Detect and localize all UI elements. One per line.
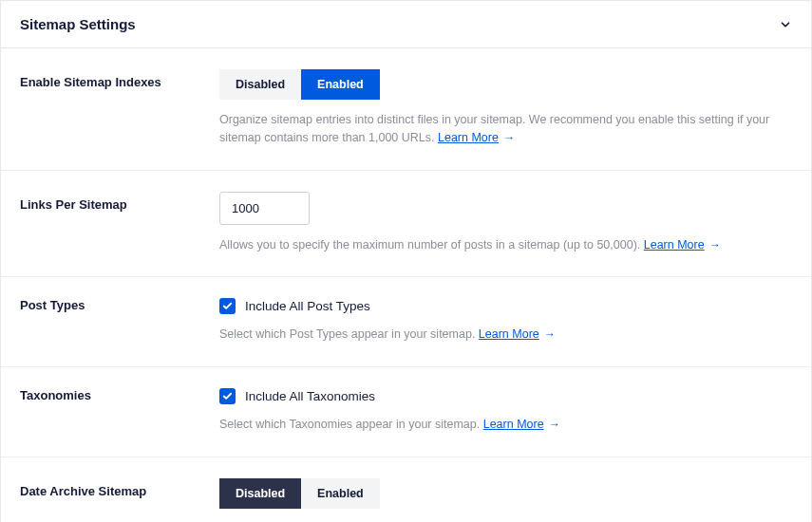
- label-taxonomies: Taxonomies: [20, 388, 219, 434]
- links-per-sitemap-description: Allows you to specify the maximum number…: [219, 236, 792, 254]
- include-all-taxonomies-checkbox[interactable]: [219, 388, 236, 404]
- arrow-right-icon: →: [707, 238, 721, 252]
- taxonomies-checkbox-row: Include All Taxonomies: [219, 388, 792, 404]
- post-types-checkbox-row: Include All Post Types: [219, 298, 792, 314]
- include-all-post-types-label: Include All Post Types: [245, 299, 370, 313]
- control-col: Include All Taxonomies Select which Taxo…: [219, 388, 792, 434]
- label-links-per-sitemap: Links Per Sitemap: [20, 192, 219, 254]
- sitemap-settings-panel: Sitemap Settings Enable Sitemap Indexes …: [0, 0, 812, 522]
- section-date-archive: Date Archive Sitemap Disabled Enabled In…: [1, 457, 811, 522]
- include-all-post-types-checkbox[interactable]: [219, 298, 236, 314]
- label-date-archive: Date Archive Sitemap: [20, 478, 219, 522]
- learn-more-link[interactable]: Learn More: [483, 418, 544, 431]
- section-post-types: Post Types Include All Post Types Select…: [1, 277, 811, 367]
- label-sitemap-indexes: Enable Sitemap Indexes: [20, 69, 219, 147]
- label-post-types: Post Types: [20, 298, 219, 344]
- date-archive-enabled-button[interactable]: Enabled: [301, 478, 380, 509]
- chevron-down-icon: [779, 18, 792, 31]
- post-types-description: Select which Post Types appear in your s…: [219, 326, 792, 344]
- control-col: Disabled Enabled Include Date Archives i…: [219, 478, 792, 522]
- desc-text: Select which Post Types appear in your s…: [219, 327, 479, 341]
- arrow-right-icon: →: [541, 327, 556, 341]
- arrow-right-icon: →: [500, 131, 515, 144]
- include-all-taxonomies-label: Include All Taxonomies: [245, 389, 375, 403]
- arrow-right-icon: →: [546, 418, 560, 431]
- sitemap-indexes-disabled-button[interactable]: Disabled: [219, 69, 301, 100]
- section-sitemap-indexes: Enable Sitemap Indexes Disabled Enabled …: [1, 48, 811, 171]
- section-links-per-sitemap: Links Per Sitemap Allows you to specify …: [1, 171, 811, 278]
- learn-more-link[interactable]: Learn More: [438, 131, 499, 144]
- sitemap-indexes-enabled-button[interactable]: Enabled: [301, 69, 380, 100]
- date-archive-toggle: Disabled Enabled: [219, 478, 380, 509]
- taxonomies-description: Select which Taxonomies appear in your s…: [219, 416, 792, 434]
- date-archive-disabled-button[interactable]: Disabled: [219, 478, 301, 509]
- desc-text: Select which Taxonomies appear in your s…: [219, 418, 483, 431]
- sitemap-indexes-description: Organize sitemap entries into distinct f…: [219, 111, 792, 147]
- links-per-sitemap-input[interactable]: [219, 192, 310, 225]
- control-col: Disabled Enabled Organize sitemap entrie…: [219, 69, 792, 147]
- learn-more-link[interactable]: Learn More: [479, 327, 539, 341]
- panel-header[interactable]: Sitemap Settings: [1, 1, 811, 48]
- control-col: Include All Post Types Select which Post…: [219, 298, 792, 344]
- learn-more-link[interactable]: Learn More: [644, 238, 705, 252]
- desc-text: Allows you to specify the maximum number…: [219, 238, 644, 252]
- panel-title: Sitemap Settings: [20, 16, 136, 32]
- section-taxonomies: Taxonomies Include All Taxonomies Select…: [1, 367, 811, 457]
- sitemap-indexes-toggle: Disabled Enabled: [219, 69, 380, 100]
- control-col: Allows you to specify the maximum number…: [219, 192, 792, 254]
